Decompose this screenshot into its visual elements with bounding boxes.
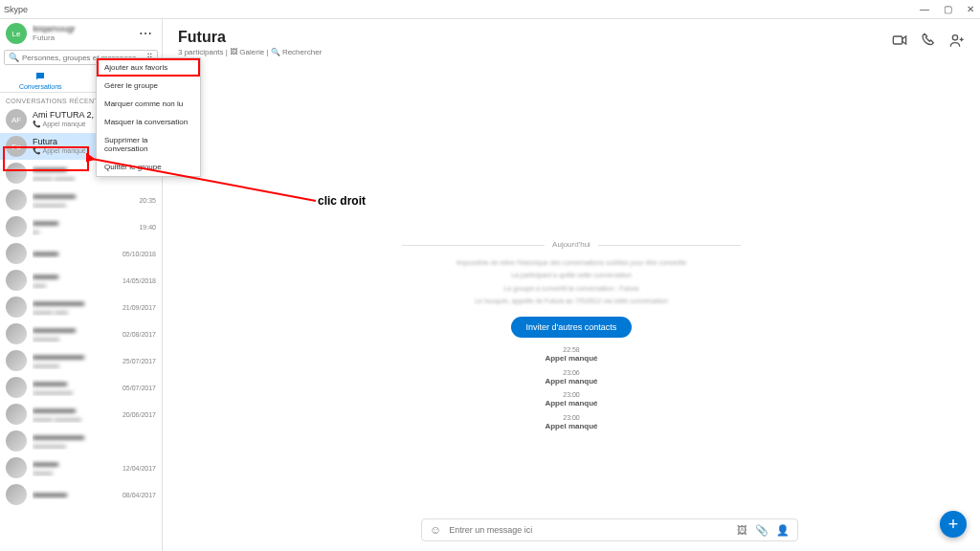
message-composer[interactable]: ☺ 🖼 📎 👤 [421, 518, 798, 541]
conversation-item[interactable]: ▬▬▬▬▬▬▬▬▬02/08/2017 [0, 320, 162, 347]
profile-name: leiqamougr [33, 25, 129, 34]
conversation-item[interactable]: ▬▬▬▬▬14/05/2018 [0, 267, 162, 294]
annotation-label: clic droit [318, 194, 366, 208]
audio-call-icon[interactable] [921, 33, 936, 48]
window-minimize[interactable]: — [919, 4, 930, 14]
add-people-icon[interactable] [949, 33, 965, 48]
contact-card-icon[interactable]: 👤 [776, 524, 790, 537]
svg-rect-0 [893, 36, 902, 44]
menu-item-add-favorite[interactable]: Ajouter aux favoris [97, 58, 200, 77]
svg-point-1 [952, 35, 957, 40]
menu-item-manage-group[interactable]: Gérer le groupe [97, 77, 200, 95]
conversation-item[interactable]: ▬▬▬▬08/04/2017 [0, 481, 162, 508]
attach-file-icon[interactable]: 📎 [755, 524, 768, 537]
profile-row[interactable]: Le leiqamougr Futura ⋯ [0, 19, 162, 48]
window-close[interactable]: ✕ [965, 4, 976, 14]
more-icon[interactable]: ⋯ [135, 26, 156, 41]
menu-item-mark-unread[interactable]: Marquer comme non lu [97, 95, 200, 113]
emoji-icon[interactable]: ☺ [430, 523, 441, 537]
menu-item-hide-conversation[interactable]: Masquer la conversation [97, 113, 200, 131]
system-messages: Impossible de relire l'historique des co… [163, 256, 980, 307]
video-call-icon[interactable] [892, 33, 907, 48]
conversation-item[interactable]: ▬▬▬▬▬▬▬▬▬▬25/07/2017 [0, 347, 162, 374]
context-menu: Ajouter aux favoris Gérer le groupe Marq… [96, 57, 201, 177]
conv-avatar: Fu [6, 136, 27, 157]
invite-contacts-button[interactable]: Inviter d'autres contacts [511, 317, 633, 338]
today-divider: Aujourd'hui [402, 240, 741, 249]
profile-status: Futura [33, 34, 129, 43]
new-chat-fab[interactable]: + [940, 511, 967, 538]
attach-image-icon[interactable]: 🖼 [737, 524, 747, 537]
conversation-item[interactable]: ▬▬▬▬19:40 [0, 213, 162, 240]
message-input[interactable] [449, 525, 729, 535]
menu-item-delete-conversation[interactable]: Supprimer la conversation [97, 131, 200, 158]
search-icon: 🔍 [9, 53, 19, 62]
chat-subline: 3 participants | 🖼 Galerie | 🔍 Recherche… [178, 48, 322, 56]
chat-icon [33, 71, 47, 82]
conversation-item[interactable]: ▬▬▬05/10/2018 [0, 240, 162, 267]
chat-body: Aujourd'hui Impossible de relire l'histo… [163, 62, 980, 513]
missed-calls-log: 22:58Appel manqué 23:06Appel manqué 23:0… [163, 345, 980, 431]
conv-avatar: AF [6, 109, 27, 130]
chat-header: Futura 3 participants | 🖼 Galerie | 🔍 Re… [163, 19, 980, 62]
conversation-item[interactable]: ▬▬▬▬▬▬▬▬▬▬▬ [0, 428, 162, 454]
tab-conversations[interactable]: Conversations [0, 67, 81, 92]
conversation-item[interactable]: ▬▬▬▬▬▬▬▬▬ ▬▬21/09/2017 [0, 294, 162, 320]
conversation-item[interactable]: ▬▬▬▬▬▬12/04/2017 [0, 454, 162, 481]
chat-title: Futura [178, 29, 322, 46]
conversation-item[interactable]: ▬▬▬▬▬▬▬▬ ▬▬▬▬20/06/2017 [0, 401, 162, 428]
chat-pane: Futura 3 participants | 🖼 Galerie | 🔍 Re… [163, 19, 980, 551]
window-maximize[interactable]: ▢ [942, 4, 953, 14]
menu-item-leave-group[interactable]: Quitter le groupe [97, 158, 200, 176]
profile-avatar: Le [6, 23, 27, 44]
conversation-item[interactable]: ▬▬▬▬▬▬▬▬▬▬20:35 [0, 187, 162, 213]
window-titlebar: Skype — ▢ ✕ [0, 0, 980, 19]
conversation-item[interactable]: ▬▬▬▬▬▬▬▬▬▬05/07/2017 [0, 374, 162, 401]
window-title: Skype [4, 5, 28, 14]
